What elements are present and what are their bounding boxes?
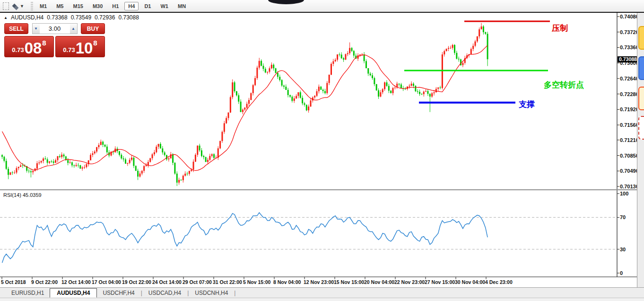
time-axis-label: 15 Nov 15:00 bbox=[334, 279, 364, 285]
price-axis-label: 0.73360 bbox=[620, 44, 639, 50]
price-axis-label: 0.72640 bbox=[620, 76, 639, 81]
price-axis-label: 0.71560 bbox=[620, 122, 639, 128]
chart-title: ▲ AUDUSD,H4 0.73368 0.73549 0.72936 0.73… bbox=[4, 14, 139, 21]
chart-tab-usdchf-h4[interactable]: USDCHF,H4 bbox=[97, 289, 140, 297]
time-axis-label: 5 Nov 15:00 bbox=[243, 279, 270, 285]
price-axis-label: 0.71920 bbox=[620, 106, 639, 112]
rsi-axis-label: 70 bbox=[620, 214, 626, 220]
rsi-axis-label: 0 bbox=[620, 270, 623, 276]
symbol-label: AUDUSD,H4 bbox=[11, 14, 44, 21]
chart-tab-audusd-h4[interactable]: AUDUSD,H4 bbox=[50, 288, 97, 298]
orange-dot-app-icon[interactable] bbox=[638, 87, 644, 110]
time-axis-label: 24 Oct 14:00 bbox=[152, 279, 182, 285]
tab-separator: | bbox=[234, 290, 235, 296]
status-bar bbox=[0, 298, 644, 301]
buy-price-prefix: 0.73 bbox=[63, 46, 75, 53]
time-axis-label: 31 Oct 22:00 bbox=[213, 279, 242, 285]
buy-button[interactable]: BUY bbox=[81, 23, 105, 34]
price-axis-label: 0.70490 bbox=[620, 168, 639, 174]
price-axis-label: 0.73720 bbox=[620, 29, 639, 35]
chart-tab-usdcnh-h4[interactable]: USDCNH,H4 bbox=[189, 289, 234, 297]
sell-price-main: 08 bbox=[25, 41, 42, 55]
sell-button[interactable]: SELL bbox=[4, 23, 28, 34]
volume-decrease-button[interactable]: ▼ bbox=[33, 24, 40, 34]
resistance-annotation: 压制 bbox=[552, 23, 568, 34]
sell-price-box[interactable]: 0.73 08 8 bbox=[4, 36, 54, 57]
high-value: 0.73549 bbox=[71, 14, 91, 21]
chart-tab-usdcad-h4[interactable]: USDCAD,H4 bbox=[143, 289, 187, 297]
sell-price-prefix: 0.73 bbox=[12, 46, 24, 53]
dashed-circle-app-icon[interactable] bbox=[638, 116, 644, 140]
chart-tab-bar: EURUSD,H1AUDUSD,H4USDCHF,H4|USDCAD,H4|US… bbox=[0, 287, 644, 298]
price-axis-label: 0.72280 bbox=[620, 91, 639, 97]
tab-separator: | bbox=[141, 290, 142, 296]
collapse-triangle-icon[interactable]: ▲ bbox=[4, 16, 8, 20]
rsi-axis-label: 100 bbox=[620, 191, 628, 196]
volume-stepper: ▼ ▲ bbox=[32, 23, 78, 34]
price-axis-label: 0.71210 bbox=[620, 137, 639, 143]
time-axis-label: 20 Nov 04:00 bbox=[364, 279, 394, 285]
desktop-icon-strip bbox=[637, 13, 644, 287]
volume-input[interactable] bbox=[40, 24, 70, 34]
tab-separator: | bbox=[187, 290, 189, 296]
price-axis-label: 0.70130 bbox=[620, 184, 639, 189]
close-value: 0.73088 bbox=[118, 14, 139, 21]
time-axis-label: 8 Nov 04:00 bbox=[273, 279, 301, 285]
buy-price-main: 10 bbox=[76, 41, 93, 55]
sell-price-pip: 8 bbox=[42, 37, 46, 47]
time-axis-label: 9 Oct 22:00 bbox=[31, 279, 58, 285]
time-axis-label: 19 Oct 22:00 bbox=[122, 279, 151, 285]
time-axis-label: 17 Oct 04:00 bbox=[92, 279, 121, 285]
low-value: 0.72936 bbox=[95, 14, 115, 21]
volume-increase-button[interactable]: ▲ bbox=[70, 24, 77, 34]
pane-splitter[interactable] bbox=[0, 189, 637, 190]
blue-app-icon[interactable] bbox=[638, 56, 644, 80]
buy-price-box[interactable]: 0.73 10 8 bbox=[55, 36, 105, 57]
chart-tab-eurusd-h1[interactable]: EURUSD,H1 bbox=[6, 289, 50, 297]
pivot-annotation: 多空转折点 bbox=[544, 80, 584, 90]
time-axis-label: 12 Oct 14:00 bbox=[61, 279, 91, 285]
support-annotation: 支撑 bbox=[519, 99, 535, 110]
buy-price-pip: 8 bbox=[93, 37, 97, 47]
time-axis-label: 4 Dec 23:00 bbox=[485, 279, 513, 285]
rsi-axis-label: 30 bbox=[620, 247, 626, 252]
price-axis-label: 0.70850 bbox=[620, 153, 639, 159]
open-value: 0.73368 bbox=[47, 14, 67, 21]
mt4-window: ▼ M1M5M15M30H1H4D1W1MN ▲ AUDUSD,H4 0.733… bbox=[0, 0, 644, 301]
time-axis-label: 30 Nov 04:00 bbox=[455, 279, 485, 285]
time-axis-label: 22 Nov 23:00 bbox=[394, 279, 425, 285]
time-axis-label: 5 Oct 2018 bbox=[1, 279, 26, 285]
time-axis-label: 27 Nov 15:00 bbox=[425, 279, 455, 285]
one-click-trading-panel: SELL ▼ ▲ BUY 0.73 08 8 0.73 10 8 bbox=[4, 23, 105, 57]
price-axis-label: 0.74080 bbox=[620, 14, 639, 19]
yellow-app-icon[interactable] bbox=[638, 26, 644, 50]
time-axis-label: 29 Oct 07:00 bbox=[183, 279, 212, 285]
time-axis-label: 12 Nov 23:00 bbox=[304, 279, 334, 285]
rsi-indicator-label: RSI(14) 45.0359 bbox=[3, 192, 42, 198]
